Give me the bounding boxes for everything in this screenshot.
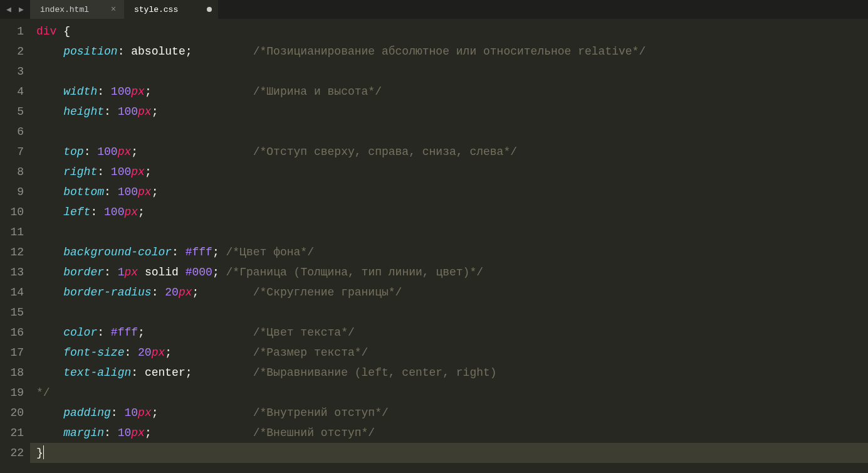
token-punct: : bbox=[97, 326, 104, 339]
tab-label: style.css bbox=[134, 5, 201, 14]
code-line[interactable]: padding: 10px; /*Внутрений отступ*/ bbox=[30, 403, 868, 423]
token-prop: left bbox=[63, 206, 90, 218]
token-space bbox=[124, 45, 131, 58]
token-comment: /*Отступ сверху, справа, сниза, слева*/ bbox=[253, 146, 517, 158]
token-punct: : bbox=[90, 206, 97, 218]
token-punct: ; bbox=[152, 186, 159, 198]
token-comment: */ bbox=[36, 386, 50, 399]
token-prop: margin bbox=[63, 427, 104, 439]
token-prop: border bbox=[63, 266, 104, 279]
token-unit: px bbox=[124, 266, 138, 279]
token-punct: : bbox=[118, 45, 125, 58]
token-space bbox=[104, 326, 111, 339]
token-punct: ; bbox=[212, 246, 219, 258]
token-punct: : bbox=[104, 186, 111, 198]
token-unit: px bbox=[131, 427, 145, 439]
token-unit: px bbox=[131, 85, 145, 98]
code-line[interactable]: text-align: center; /*Выравнивание (left… bbox=[30, 363, 868, 383]
tab-style-css[interactable]: style.css bbox=[124, 0, 218, 19]
code-line[interactable]: width: 100px; /*Ширина и высота*/ bbox=[30, 82, 868, 102]
code-line[interactable]: color: #fff; /*Цвет текста*/ bbox=[30, 322, 868, 343]
code-line[interactable]: margin: 10px; /*Внешний отступ*/ bbox=[30, 423, 868, 443]
code-line[interactable]: left: 100px; bbox=[30, 202, 868, 222]
code-line[interactable] bbox=[30, 61, 868, 82]
token-comment: /*Позицианирование абсолютное или относи… bbox=[253, 45, 646, 58]
close-icon[interactable]: × bbox=[109, 4, 118, 14]
code-line[interactable]: border: 1px solid #000; /*Граница (Толщи… bbox=[30, 262, 868, 282]
token-punct: ; bbox=[186, 45, 192, 58]
token-punct: ; bbox=[152, 407, 159, 419]
code-line[interactable] bbox=[30, 302, 868, 322]
token-unit: px bbox=[124, 206, 138, 218]
code-editor[interactable]: 12345678910111213141516171819202122 div … bbox=[0, 19, 868, 473]
token-tag: div bbox=[36, 25, 56, 38]
text-cursor bbox=[43, 445, 44, 459]
line-number: 5 bbox=[0, 102, 30, 122]
token-punct: : bbox=[104, 266, 111, 279]
token-val: center bbox=[145, 366, 186, 379]
line-number: 10 bbox=[0, 202, 30, 222]
token-num: #000 bbox=[186, 266, 212, 279]
token-num: 100 bbox=[97, 146, 117, 158]
token-num: 100 bbox=[118, 105, 138, 118]
token-punct: ; bbox=[145, 85, 152, 98]
code-line[interactable]: height: 100px; bbox=[30, 102, 868, 122]
tab-bar: ◀ ▶ index.html×style.css bbox=[0, 0, 868, 19]
code-line[interactable]: right: 100px; bbox=[30, 162, 868, 182]
token-punct: ; bbox=[165, 346, 172, 359]
token-unit: px bbox=[138, 186, 152, 198]
line-number: 7 bbox=[0, 142, 30, 162]
token-punct: : bbox=[84, 146, 91, 158]
arrow-right-icon[interactable]: ▶ bbox=[16, 4, 26, 14]
line-number: 8 bbox=[0, 162, 30, 182]
token-num: 100 bbox=[118, 186, 138, 198]
code-line[interactable]: */ bbox=[30, 383, 868, 403]
token-prop: font-size bbox=[63, 346, 124, 359]
token-punct: : bbox=[152, 286, 159, 299]
line-number: 18 bbox=[0, 363, 30, 383]
token-comment: /*Размер текста*/ bbox=[253, 346, 369, 359]
line-number: 13 bbox=[0, 262, 30, 282]
token-punct: ; bbox=[131, 146, 138, 158]
token-num: #fff bbox=[186, 246, 212, 258]
code-line[interactable]: font-size: 20px; /*Размер текста*/ bbox=[30, 343, 868, 363]
code-line[interactable] bbox=[30, 222, 868, 242]
code-line[interactable]: top: 100px; /*Отступ сверху, справа, сни… bbox=[30, 142, 868, 162]
tab-index-html[interactable]: index.html× bbox=[30, 0, 124, 19]
token-punct: { bbox=[63, 25, 70, 38]
code-line[interactable]: } bbox=[30, 443, 868, 463]
token-punct: : bbox=[97, 166, 104, 178]
token-space bbox=[118, 407, 125, 419]
token-space bbox=[179, 266, 186, 279]
token-space bbox=[111, 186, 118, 198]
token-prop: height bbox=[63, 105, 104, 118]
token-space bbox=[138, 266, 145, 279]
token-unit: px bbox=[179, 286, 192, 299]
token-punct: : bbox=[104, 427, 111, 439]
token-punct: ; bbox=[138, 206, 145, 218]
code-line[interactable] bbox=[30, 122, 868, 142]
code-line[interactable]: border-radius: 20px; /*Скругление границ… bbox=[30, 282, 868, 302]
token-punct: : bbox=[97, 85, 104, 98]
token-punct: ; bbox=[186, 366, 192, 379]
token-val: solid bbox=[145, 266, 179, 279]
token-punct: ; bbox=[145, 427, 152, 439]
arrow-left-icon[interactable]: ◀ bbox=[4, 4, 14, 14]
code-line[interactable]: position: absolute; /*Позицианирование а… bbox=[30, 41, 868, 61]
tab-nav-arrows: ◀ ▶ bbox=[0, 0, 30, 19]
token-punct: } bbox=[36, 447, 43, 459]
code-line[interactable]: div { bbox=[30, 21, 868, 41]
code-content[interactable]: div { position: absolute; /*Позицианиров… bbox=[30, 19, 868, 473]
token-unit: px bbox=[138, 105, 152, 118]
tab-label: index.html bbox=[40, 5, 103, 14]
token-prop: background-color bbox=[63, 246, 172, 258]
token-space bbox=[90, 146, 97, 158]
line-number-gutter: 12345678910111213141516171819202122 bbox=[0, 19, 30, 473]
token-num: 100 bbox=[111, 166, 131, 178]
token-comment: /*Скругление границы*/ bbox=[253, 286, 402, 299]
code-line[interactable]: bottom: 100px; bbox=[30, 182, 868, 202]
token-comment: /*Ширина и высота*/ bbox=[253, 85, 382, 98]
token-prop: position bbox=[63, 45, 117, 58]
token-comment: /*Внешний отступ*/ bbox=[253, 427, 375, 439]
code-line[interactable]: background-color: #fff; /*Цвет фона*/ bbox=[30, 242, 868, 262]
